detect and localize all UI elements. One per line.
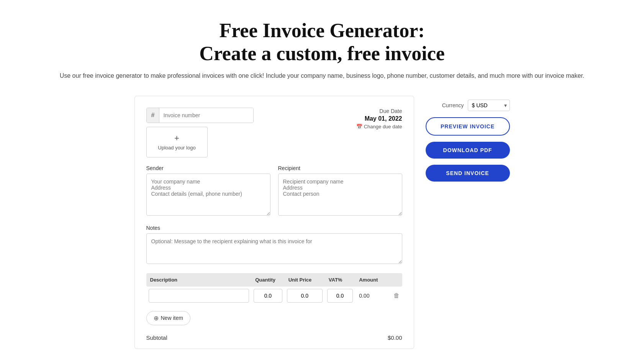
notes-textarea[interactable] — [146, 233, 402, 264]
invoice-left: # + Upload your logo — [146, 108, 254, 157]
notes-label: Notes — [146, 225, 402, 231]
hash-symbol: # — [147, 108, 160, 123]
main-layout: # + Upload your logo Due Date May 01, 20… — [15, 96, 629, 349]
invoice-number-input[interactable] — [159, 108, 253, 123]
item-quantity-cell — [251, 287, 284, 305]
new-item-button[interactable]: ⊕ New item — [146, 311, 190, 325]
recipient-textarea[interactable] — [278, 174, 402, 216]
item-vat-input[interactable] — [327, 289, 353, 303]
currency-select-wrapper: $ USD € EUR £ GBP ¥ JPY — [468, 100, 510, 111]
table-header-row: Description Quantity Unit Price VAT% Amo… — [146, 273, 402, 287]
download-pdf-button[interactable]: DOWNLOAD PDF — [426, 142, 510, 159]
page-header: Free Invoice Generator: Create a custom,… — [15, 11, 629, 92]
page-title: Free Invoice Generator: Create a custom,… — [15, 19, 629, 65]
sender-textarea[interactable] — [146, 174, 270, 216]
due-date-section: Due Date May 01, 2022 📅 Change due date — [356, 108, 402, 130]
item-amount-cell: 0.00 — [355, 287, 388, 305]
send-invoice-button[interactable]: SEND INVOICE — [426, 165, 510, 182]
subtotal-value: $0.00 — [388, 334, 402, 341]
plus-icon: + — [174, 133, 179, 143]
invoice-panel: # + Upload your logo Due Date May 01, 20… — [134, 96, 414, 349]
recipient-label: Recipient — [278, 165, 402, 171]
item-unit-price-input[interactable] — [287, 289, 323, 303]
due-date-label: Due Date — [379, 108, 402, 114]
item-unit-price-cell — [285, 287, 325, 305]
plus-circle-icon: ⊕ — [154, 314, 159, 322]
item-description-cell — [146, 287, 252, 305]
items-table: Description Quantity Unit Price VAT% Amo… — [146, 273, 402, 305]
subtotal-row: Subtotal $0.00 — [146, 331, 402, 341]
col-header-delete — [388, 273, 402, 287]
currency-row: Currency $ USD € EUR £ GBP ¥ JPY — [426, 100, 510, 111]
item-description-input[interactable] — [149, 289, 249, 303]
item-delete-cell: 🗑 — [388, 287, 402, 305]
page-description: Use our free invoice generator to make p… — [15, 71, 629, 80]
col-header-amount: Amount — [355, 273, 388, 287]
notes-section: Notes — [146, 225, 402, 265]
invoice-top-row: # + Upload your logo Due Date May 01, 20… — [146, 108, 402, 157]
preview-invoice-button[interactable]: PREVIEW INVOICE — [426, 117, 510, 136]
sender-recipient-row: Sender Recipient — [146, 165, 402, 217]
table-row: 0.00 🗑 — [146, 287, 402, 305]
calendar-icon: 📅 — [356, 124, 362, 129]
currency-label: Currency — [442, 102, 464, 108]
table-header: Description Quantity Unit Price VAT% Amo… — [146, 273, 402, 287]
col-header-quantity: Quantity — [251, 273, 284, 287]
invoice-number-row: # — [146, 108, 254, 123]
recipient-field-group: Recipient — [278, 165, 402, 217]
item-quantity-input[interactable] — [254, 289, 282, 303]
upload-logo-label: Upload your logo — [158, 145, 195, 151]
due-date-value: May 01, 2022 — [356, 115, 402, 122]
table-body: 0.00 🗑 — [146, 287, 402, 305]
item-amount-value: 0.00 — [357, 293, 369, 299]
sidebar-panel: Currency $ USD € EUR £ GBP ¥ JPY PREVIEW… — [426, 96, 510, 349]
page-wrapper: Free Invoice Generator: Create a custom,… — [0, 0, 644, 360]
col-header-vat: VAT% — [325, 273, 355, 287]
currency-select[interactable]: $ USD € EUR £ GBP ¥ JPY — [468, 100, 510, 111]
sender-field-group: Sender — [146, 165, 270, 217]
item-vat-cell — [325, 287, 355, 305]
change-due-date-button[interactable]: 📅 Change due date — [356, 124, 402, 129]
sender-label: Sender — [146, 165, 270, 171]
upload-logo-button[interactable]: + Upload your logo — [146, 127, 208, 157]
subtotal-label: Subtotal — [146, 334, 167, 341]
new-item-row: ⊕ New item — [146, 311, 402, 325]
delete-row-icon[interactable]: 🗑 — [390, 292, 400, 299]
col-header-unit-price: Unit Price — [285, 273, 325, 287]
col-header-description: Description — [146, 273, 252, 287]
